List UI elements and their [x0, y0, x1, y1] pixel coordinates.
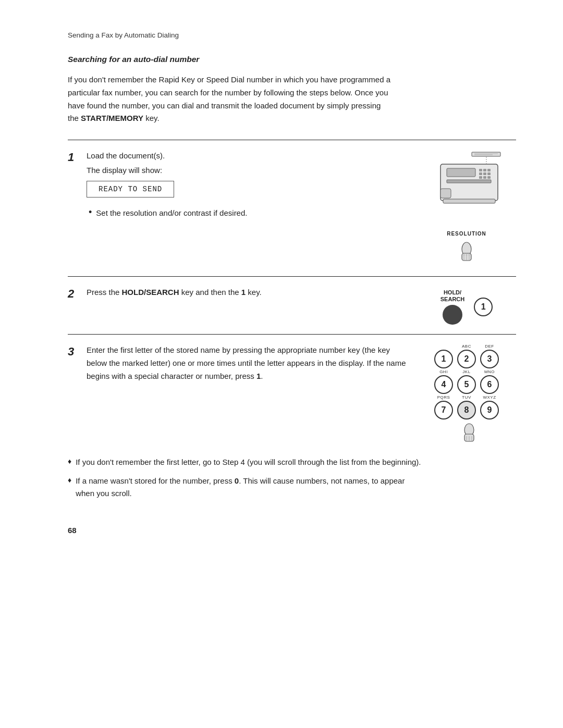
step2-block: 2 Press the HOLD/SEARCH key and then the…: [68, 286, 516, 325]
step3-number: 3: [68, 344, 87, 359]
step1-divider: [68, 140, 516, 140]
svg-point-25: [469, 254, 470, 256]
key-3-btn: 3: [480, 350, 499, 368]
keypad-illustration: 1 ABC 2 DEF 3 GHI 4 JKL 5: [434, 344, 499, 419]
key-6-btn: 6: [480, 375, 499, 394]
key-1-cell: 1: [434, 344, 453, 368]
key-9-cell: WXYZ 9: [480, 395, 499, 419]
page-header: Sending a Fax by Automatic Dialing: [68, 31, 516, 39]
step1-text: Load the document(s).: [87, 150, 407, 163]
key-2-cell: ABC 2: [457, 344, 476, 368]
key-3-cell: DEF 3: [480, 344, 499, 368]
keypad-row-1: 1 ABC 2 DEF 3: [434, 344, 499, 368]
diamond-icon-1: ♦: [68, 456, 71, 467]
hold-search-key-label: HOLD/ SEARCH: [440, 289, 464, 325]
hold-label-line2: SEARCH: [440, 296, 464, 303]
keypad-row-3: PQRS 7 TUV 8 WXYZ 9: [434, 395, 499, 419]
resolution-illus: RESOLUTION: [447, 231, 486, 267]
step2-illustration: HOLD/ SEARCH 1: [417, 286, 516, 325]
bullet-dot-icon: •: [89, 207, 92, 218]
svg-rect-9: [483, 172, 486, 175]
key-8-cell: TUV 8: [457, 395, 476, 419]
key-4-btn: 4: [434, 375, 453, 394]
step3-divider: [68, 334, 516, 335]
num-1-key: 1: [474, 298, 493, 316]
hand-press-icon: [455, 422, 483, 445]
hold-search-circle: [443, 305, 462, 325]
key-3-label: DEF: [485, 344, 494, 349]
svg-rect-10: [487, 172, 491, 175]
svg-point-23: [463, 254, 465, 256]
key-8-btn: 8: [457, 401, 476, 419]
step3-block: 3 Enter the first letter of the stored n…: [68, 344, 516, 445]
svg-rect-13: [487, 176, 491, 179]
step1-block: 1 Load the document(s). The display will…: [68, 150, 516, 267]
key-4-label: GHI: [439, 369, 448, 375]
step3-text: Enter the first letter of the stored nam…: [87, 344, 407, 382]
svg-rect-15: [440, 189, 451, 198]
hold-search-bold: HOLD/SEARCH: [122, 288, 179, 297]
step3-illustration: 1 ABC 2 DEF 3 GHI 4 JKL 5: [417, 344, 516, 445]
key-6-cell: MNO 6: [480, 369, 499, 394]
key-5-label: JKL: [462, 369, 470, 375]
step2-divider: [68, 276, 516, 277]
key-9-label: WXYZ: [483, 395, 496, 400]
svg-rect-8: [479, 172, 482, 175]
keypad-row-2: GHI 4 JKL 5 MNO 6: [434, 369, 499, 394]
zero-bold: 0: [235, 476, 239, 485]
svg-point-24: [466, 254, 468, 256]
svg-rect-16: [443, 199, 495, 203]
diamond-icon-2: ♦: [68, 475, 71, 486]
step3-bold-1: 1: [256, 372, 261, 380]
step1-illustration: RESOLUTION: [417, 150, 516, 267]
step1-display-will-show: The display will show:: [87, 166, 407, 175]
svg-rect-7: [487, 169, 491, 171]
hold-search-keys: HOLD/ SEARCH 1: [440, 289, 493, 325]
key-4-cell: GHI 4: [434, 369, 453, 394]
step1-bullet: • Set the resolution and/or contrast if …: [89, 207, 407, 219]
step3-content: Enter the first letter of the stored nam…: [87, 344, 417, 386]
step1-number: 1: [68, 150, 87, 164]
fax-machine-icon: [425, 150, 508, 217]
step1-bullet-text: Set the resolution and/or contrast if de…: [96, 207, 247, 219]
resolution-key-icon: [452, 239, 481, 267]
key-7-btn: 7: [434, 401, 453, 419]
key1-bold: 1: [241, 288, 246, 297]
bottom-bullet-1: ♦ If you don't remember the first letter…: [68, 456, 422, 468]
key-5-btn: 5: [457, 375, 476, 394]
svg-rect-12: [483, 176, 486, 179]
hold-label-line1: HOLD/: [444, 289, 461, 296]
step2-text: Press the HOLD/SEARCH key and then the 1…: [87, 286, 407, 299]
svg-rect-11: [479, 176, 482, 179]
key-7-cell: PQRS 7: [434, 395, 453, 419]
bottom-bullets: ♦ If you don't remember the first letter…: [68, 456, 422, 500]
key-8-label: TUV: [462, 395, 471, 400]
svg-rect-14: [447, 180, 491, 183]
step1-bullets: • Set the resolution and/or contrast if …: [89, 207, 407, 219]
resolution-label: RESOLUTION: [447, 231, 486, 237]
key-2-label: ABC: [462, 344, 471, 349]
key-1-btn: 1: [434, 350, 453, 368]
intro-text: If you don't remember the Rapid Key or S…: [68, 73, 391, 125]
step2-content: Press the HOLD/SEARCH key and then the 1…: [87, 286, 417, 302]
step1-content: Load the document(s). The display will s…: [87, 150, 417, 222]
key-9-btn: 9: [480, 401, 499, 419]
key-6-label: MNO: [484, 369, 495, 375]
bottom-bullet-1-text: If you don't remember the first letter, …: [76, 456, 421, 468]
bottom-bullet-2-text: If a name wasn't stored for the number, …: [76, 475, 422, 500]
key-7-label: PQRS: [437, 395, 450, 400]
display-box: READY TO SEND: [87, 181, 174, 198]
svg-rect-0: [472, 152, 500, 156]
key-2-btn: 2: [457, 350, 476, 368]
section-title: Searching for an auto-dial number: [68, 55, 516, 64]
page-number: 68: [68, 526, 516, 535]
step2-number: 2: [68, 286, 87, 301]
start-memory-bold: START/MEMORY: [81, 114, 143, 122]
key-5-cell: JKL 5: [457, 369, 476, 394]
svg-rect-4: [447, 168, 475, 177]
bottom-bullet-2: ♦ If a name wasn't stored for the number…: [68, 475, 422, 500]
svg-rect-5: [479, 169, 482, 171]
svg-rect-6: [483, 169, 486, 171]
